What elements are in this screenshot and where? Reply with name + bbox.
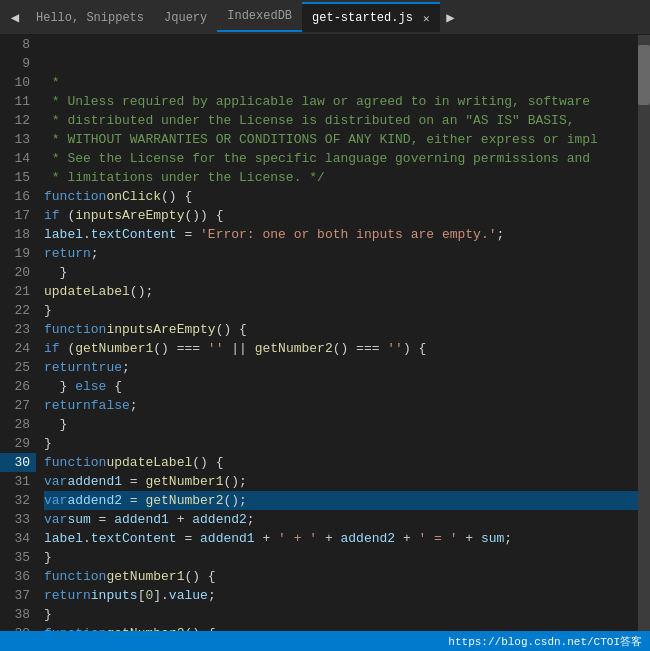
line-number: 23 bbox=[4, 320, 30, 339]
tab-jquery[interactable]: Jquery bbox=[154, 2, 217, 32]
code-line: return; bbox=[44, 244, 650, 263]
line-numbers: 8910111213141516171819202122232425262728… bbox=[0, 35, 36, 631]
tab-hello-snippets[interactable]: Hello, Snippets bbox=[26, 2, 154, 32]
line-number: 38 bbox=[4, 605, 30, 624]
line-number: 19 bbox=[4, 244, 30, 263]
vertical-scrollbar[interactable] bbox=[638, 35, 650, 631]
code-line: function inputsAreEmpty() { bbox=[44, 320, 650, 339]
line-number: 11 bbox=[4, 92, 30, 111]
code-line: * bbox=[44, 73, 650, 92]
tab-next-button[interactable]: ▶ bbox=[440, 2, 462, 32]
tab-bar: ◀ Hello, Snippets Jquery IndexedDB get-s… bbox=[0, 0, 650, 35]
code-line: updateLabel(); bbox=[44, 282, 650, 301]
line-number: 18 bbox=[4, 225, 30, 244]
line-number: 16 bbox=[4, 187, 30, 206]
line-number: 20 bbox=[4, 263, 30, 282]
line-number: 27 bbox=[4, 396, 30, 415]
line-number: 30 bbox=[0, 453, 36, 472]
code-line: * WITHOUT WARRANTIES OR CONDITIONS OF AN… bbox=[44, 130, 650, 149]
code-line: var addend1 = getNumber1(); bbox=[44, 472, 650, 491]
line-number: 31 bbox=[4, 472, 30, 491]
line-number: 15 bbox=[4, 168, 30, 187]
code-line: if (getNumber1() === '' || getNumber2() … bbox=[44, 339, 650, 358]
editor-area: 8910111213141516171819202122232425262728… bbox=[0, 35, 650, 631]
code-line: } bbox=[44, 434, 650, 453]
tab-indexeddb[interactable]: IndexedDB bbox=[217, 2, 302, 32]
code-line: return true; bbox=[44, 358, 650, 377]
code-line: * Unless required by applicable law or a… bbox=[44, 92, 650, 111]
code-line: } else { bbox=[44, 377, 650, 396]
code-line: var addend2 = getNumber2(); bbox=[44, 491, 650, 510]
code-line: function onClick() { bbox=[44, 187, 650, 206]
code-line: label.textContent = addend1 + ' + ' + ad… bbox=[44, 529, 650, 548]
code-line: function getNumber1() { bbox=[44, 567, 650, 586]
line-number: 35 bbox=[4, 548, 30, 567]
code-line: function updateLabel() { bbox=[44, 453, 650, 472]
code-line: return inputs[0].value; bbox=[44, 586, 650, 605]
line-number: 24 bbox=[4, 339, 30, 358]
tab-prev-button[interactable]: ◀ bbox=[4, 2, 26, 32]
code-content[interactable]: * * Unless required by applicable law or… bbox=[36, 35, 650, 631]
line-number: 39 bbox=[4, 624, 30, 631]
tab-get-started[interactable]: get-started.js ✕ bbox=[302, 2, 439, 32]
line-number: 37 bbox=[4, 586, 30, 605]
code-line: } bbox=[44, 263, 650, 282]
code-line: * limitations under the License. */ bbox=[44, 168, 650, 187]
code-line: var sum = addend1 + addend2; bbox=[44, 510, 650, 529]
line-number: 26 bbox=[4, 377, 30, 396]
code-line: function getNumber2() { bbox=[44, 624, 650, 631]
line-number: 25 bbox=[4, 358, 30, 377]
code-line: label.textContent = 'Error: one or both … bbox=[44, 225, 650, 244]
code-line: return false; bbox=[44, 396, 650, 415]
line-number: 13 bbox=[4, 130, 30, 149]
line-number: 29 bbox=[4, 434, 30, 453]
line-number: 8 bbox=[4, 35, 30, 54]
line-number: 12 bbox=[4, 111, 30, 130]
line-number: 14 bbox=[4, 149, 30, 168]
status-url: https://blog.csdn.net/CTOI答客 bbox=[448, 634, 642, 649]
line-number: 28 bbox=[4, 415, 30, 434]
code-line: * See the License for the specific langu… bbox=[44, 149, 650, 168]
line-number: 17 bbox=[4, 206, 30, 225]
code-line: } bbox=[44, 415, 650, 434]
status-bar: https://blog.csdn.net/CTOI答客 bbox=[0, 631, 650, 651]
code-line: } bbox=[44, 548, 650, 567]
line-number: 36 bbox=[4, 567, 30, 586]
code-line: * distributed under the License is distr… bbox=[44, 111, 650, 130]
code-line: if (inputsAreEmpty()) { bbox=[44, 206, 650, 225]
line-number: 22 bbox=[4, 301, 30, 320]
tab-close-icon[interactable]: ✕ bbox=[423, 12, 430, 25]
code-line: } bbox=[44, 605, 650, 624]
line-number: 34 bbox=[4, 529, 30, 548]
line-number: 21 bbox=[4, 282, 30, 301]
line-number: 10 bbox=[4, 73, 30, 92]
scrollbar-thumb[interactable] bbox=[638, 45, 650, 105]
code-line: } bbox=[44, 301, 650, 320]
line-number: 9 bbox=[4, 54, 30, 73]
line-number: 32 bbox=[4, 491, 30, 510]
line-number: 33 bbox=[4, 510, 30, 529]
